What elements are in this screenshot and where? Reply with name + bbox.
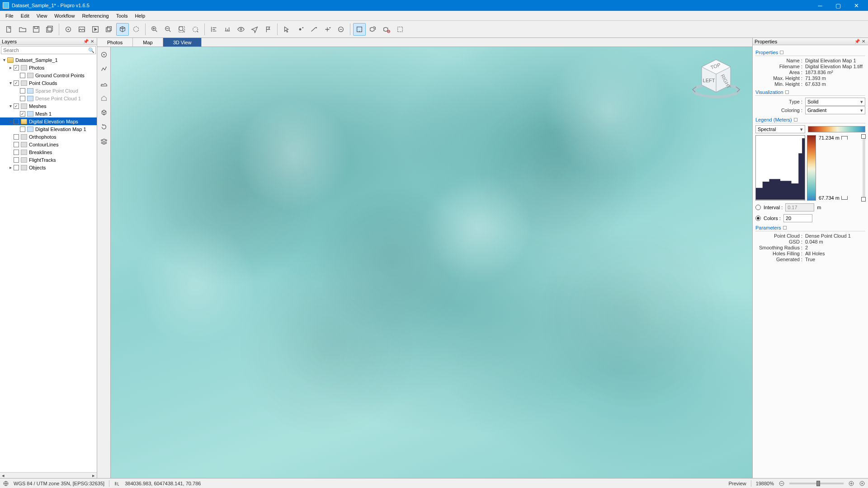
tab-map[interactable]: Map [133, 38, 163, 47]
collapse-icon[interactable] [783, 226, 787, 230]
toggle-icon[interactable]: ▾ [8, 119, 13, 124]
search-icon[interactable]: 🔍 [87, 47, 95, 54]
vis-coloring-select[interactable]: Gradient [805, 106, 865, 114]
zoom-out-button[interactable] [162, 23, 175, 36]
checkbox[interactable] [14, 150, 19, 155]
align-left-button[interactable] [208, 23, 220, 36]
stack-button[interactable] [103, 23, 115, 36]
cube-delete-button[interactable] [380, 23, 393, 36]
3d-viewport[interactable]: TOP LEFT RIGHT [97, 47, 752, 478]
zoom-extent-button[interactable] [175, 23, 188, 36]
pin-icon[interactable]: 📌 [854, 39, 860, 44]
toggle-icon[interactable]: ▾ [8, 80, 13, 85]
eye-button[interactable] [235, 23, 247, 36]
checkbox[interactable] [20, 111, 25, 117]
select-arrow-button[interactable] [280, 23, 293, 36]
box-tool[interactable] [99, 108, 109, 117]
align-baseline-button[interactable] [221, 23, 234, 36]
tree-node[interactable]: Breaklines [0, 148, 97, 156]
save-all-button[interactable] [43, 23, 56, 36]
checkbox[interactable] [14, 134, 19, 140]
add-point-button[interactable] [294, 23, 307, 36]
tree-node[interactable]: Ground Control Points [0, 71, 97, 79]
layers-search[interactable]: 🔍 [1, 46, 96, 54]
checkbox[interactable] [14, 157, 19, 163]
scroll-left-icon[interactable]: ◂ [0, 473, 6, 478]
menu-file[interactable]: File [2, 11, 17, 21]
add-cross-button[interactable] [321, 23, 334, 36]
flag-button[interactable] [262, 23, 274, 36]
checkbox[interactable] [20, 73, 25, 78]
zoom-in-icon[interactable] [848, 480, 854, 487]
colors-radio[interactable] [755, 216, 761, 221]
tab-3d-view[interactable]: 3D View [163, 38, 202, 47]
cube-solid-button[interactable] [116, 23, 129, 36]
menu-referencing[interactable]: Referencing [78, 11, 112, 21]
cube-copy-button[interactable] [367, 23, 379, 36]
menu-workflow[interactable]: Workflow [51, 11, 78, 21]
interval-radio[interactable] [755, 205, 761, 210]
toggle-icon[interactable]: ▾ [8, 103, 13, 108]
collapse-icon[interactable] [785, 90, 789, 94]
layers-tool[interactable] [99, 136, 109, 146]
cube-wire-button[interactable] [130, 23, 142, 36]
legend-scheme-select[interactable]: Spectral [755, 125, 805, 133]
tab-photos[interactable]: Photos [97, 38, 133, 47]
zoom-region-button[interactable] [189, 23, 202, 36]
layers-tree[interactable]: ▾Dataset_Sample_1▸PhotosGround Control P… [0, 55, 97, 472]
interval-input[interactable] [785, 203, 814, 211]
image-button[interactable] [75, 23, 88, 36]
navigation-cube[interactable]: TOP LEFT RIGHT [689, 55, 743, 105]
pin-icon[interactable]: 📌 [83, 39, 89, 44]
checkbox[interactable] [14, 65, 19, 70]
close-panel-icon[interactable]: ✕ [861, 39, 866, 44]
collapse-icon[interactable] [794, 118, 797, 122]
minimize-button[interactable]: ─ [811, 0, 829, 11]
checkbox[interactable] [20, 127, 25, 132]
tree-node[interactable]: ▾Digital Elevation Maps [0, 117, 97, 125]
add-line-button[interactable] [307, 23, 320, 36]
colors-input[interactable] [783, 214, 812, 222]
play-button[interactable] [89, 23, 102, 36]
vis-type-select[interactable]: Solid [805, 98, 865, 106]
legend-range-slider[interactable] [863, 135, 865, 201]
marquee-button[interactable] [394, 23, 406, 36]
save-button[interactable] [30, 23, 42, 36]
georeference-button[interactable] [62, 23, 75, 36]
rotate-tool[interactable] [99, 122, 109, 132]
checkbox[interactable] [14, 119, 19, 124]
legend-gradient[interactable] [808, 126, 865, 132]
new-project-button[interactable] [3, 23, 15, 36]
polyline-tool[interactable] [99, 64, 109, 74]
collapse-icon[interactable] [780, 51, 783, 54]
search-input[interactable] [1, 47, 87, 54]
zoom-in-button[interactable] [148, 23, 161, 36]
checkbox[interactable] [20, 88, 25, 94]
navigate-button[interactable] [248, 23, 261, 36]
tree-node[interactable]: ▸Objects [0, 164, 97, 171]
toggle-icon[interactable]: ▾ [2, 57, 6, 62]
tree-node[interactable]: Dense Point Cloud 1 [0, 94, 97, 102]
menu-edit[interactable]: Edit [17, 11, 33, 21]
checkbox[interactable] [20, 96, 25, 101]
tree-node[interactable]: ▸Photos [0, 64, 97, 71]
tree-node[interactable]: ▾Meshes [0, 102, 97, 110]
menu-tools[interactable]: Tools [113, 11, 132, 21]
toggle-icon[interactable]: ▸ [8, 165, 13, 170]
tree-node[interactable]: Mesh 1 [0, 110, 97, 117]
checkbox[interactable] [14, 165, 19, 170]
maximize-button[interactable]: ▢ [829, 0, 847, 11]
zoom-fit-icon[interactable] [859, 480, 865, 487]
toggle-icon[interactable]: ▸ [8, 65, 13, 70]
close-panel-icon[interactable]: ✕ [90, 39, 95, 44]
checkbox[interactable] [14, 142, 19, 147]
zoom-out-icon[interactable] [778, 480, 785, 487]
tree-node[interactable]: Sparse Point Cloud [0, 87, 97, 94]
tree-node[interactable]: Digital Elevation Map 1 [0, 125, 97, 133]
menu-help[interactable]: Help [131, 11, 149, 21]
home-tool[interactable] [99, 93, 109, 103]
checkbox[interactable] [14, 103, 19, 109]
bbox-mode-button[interactable] [353, 23, 366, 36]
tree-node[interactable]: ▾Point Clouds [0, 79, 97, 87]
tree-root-label[interactable]: Dataset_Sample_1 [14, 57, 58, 63]
